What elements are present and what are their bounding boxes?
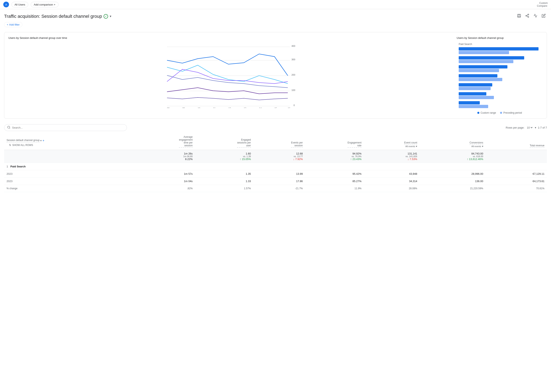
totals-conversions-main: 84,743.00 (422, 152, 483, 155)
col-header-total-revenue: Total revenue (486, 133, 547, 150)
search-icon (7, 126, 10, 130)
search-box[interactable] (4, 124, 127, 131)
page-title-text: Traffic acquisition: Session default cha… (4, 14, 102, 19)
line-chart-wrap: 0 100 200 300 400 08 09 10 11 12 13 14 1… (8, 43, 449, 108)
legend-preceding-period: Preceding period (500, 111, 522, 114)
event-count-sub: All events (406, 145, 415, 147)
search-input[interactable] (12, 126, 124, 129)
totals-event-count-vs: vs. 141,826 (366, 155, 417, 158)
bar-rows (457, 47, 543, 108)
totals-row: 1m 26s 1m 06.80 8.22% 1.60 vs. 1.39 ↑ 15… (4, 150, 547, 163)
svg-text:16: 16 (288, 107, 290, 108)
bar-secondary-1 (459, 51, 509, 54)
show-all-rows-btn[interactable]: ⇅ SHOW ALL ROWS (7, 142, 135, 148)
title-chevron-icon[interactable]: ▾ (110, 14, 111, 18)
totals-conversions-pct: ↑ 13,612.46% (422, 158, 483, 161)
svg-text:100: 100 (291, 89, 295, 91)
svg-text:11: 11 (213, 107, 216, 108)
totals-conversions-vs: vs. 618.00 (422, 155, 483, 158)
conversions-chevron[interactable]: ▾ (482, 145, 483, 148)
add-comparison-button[interactable]: Add comparison + (31, 2, 58, 7)
charts-section: Users by Session default channel group o… (4, 32, 547, 119)
svg-rect-0 (518, 14, 521, 17)
chart-legend: Custom range Preceding period (457, 111, 543, 114)
conversions-pct-val: 21,220.59% (470, 187, 483, 190)
svg-text:300: 300 (291, 58, 295, 61)
bar-row-1 (459, 47, 543, 54)
channel-col-header: Session default channel group ▾ + (7, 139, 135, 142)
row-num-1: 1 (7, 165, 8, 168)
engagement-rate-col-label: Engagementrate (348, 141, 362, 148)
all-users-button[interactable]: All Users (11, 2, 28, 7)
rows-per-page-select[interactable]: 10 25 50 (526, 126, 533, 129)
col-filter-chevron[interactable]: ▾ (40, 139, 42, 142)
conversions-filter: All events ▾ (422, 145, 483, 148)
add-comparison-label: Add comparison (34, 3, 53, 6)
event-count-filter: All events ▾ (366, 145, 417, 148)
svg-text:400: 400 (291, 45, 295, 47)
totals-rate-main: 94.92% (308, 152, 362, 155)
add-filter-button[interactable]: + Add filter (4, 22, 22, 27)
legend-dot-primary (477, 112, 479, 114)
chart-type-icon-button[interactable] (532, 13, 539, 20)
event-count-pct-change-cell: 28.08% (364, 185, 420, 192)
rows-per-page-label: Rows per page: (506, 126, 524, 129)
year-cell-2023a: 2023 (4, 170, 137, 178)
svg-text:200: 200 (291, 74, 295, 76)
share-icon-button[interactable] (524, 13, 530, 20)
event-count-chevron[interactable]: ▾ (416, 145, 417, 148)
engaged-col-header: Engagedsessions peruser (197, 138, 251, 148)
totals-events-pct-val: 7.92% (295, 158, 303, 161)
compare-label: Compare: (537, 5, 548, 7)
header: A All Users Add comparison + Custom Comp… (0, 0, 551, 9)
table-header-row: Session default channel group ▾ + ⇅ SHOW… (4, 133, 547, 150)
events-col-header: Events persession (256, 141, 303, 148)
table-row-2023-a[interactable]: 2023 1m 57s 1.35 13.99 95.42% 43,948 28,… (4, 170, 547, 178)
edit-icon-button[interactable] (540, 13, 547, 20)
revenue-cell-2023b: €4,173.61 (486, 178, 547, 185)
save-icon-button[interactable] (516, 13, 522, 20)
totals-avg-cell: 1m 26s 1m 06.80 8.22% (137, 150, 195, 163)
bar-primary-7 (459, 101, 480, 105)
bar-row-7 (459, 101, 543, 108)
table-row-paid-search-header: 1 Paid Search (4, 163, 547, 170)
col-header-channel: Session default channel group ▾ + ⇅ SHOW… (4, 133, 137, 150)
channel-col-label: Session default channel group (7, 139, 39, 142)
event-count-col-top: Event count (404, 141, 417, 145)
totals-avg-vs: 1m 06.80 (140, 155, 193, 158)
pct-change-label-cell: % change (4, 185, 137, 192)
avg-pct-val: .82% (187, 187, 193, 190)
verified-icon: ✓ (104, 14, 108, 19)
avg-col-label: Averageengagementtime persession (179, 135, 193, 148)
search-row: Rows per page: 10 25 50 ▾ 1-7 of 7 (4, 122, 547, 133)
title-area: Traffic acquisition: Session default cha… (0, 9, 551, 29)
event-count-col-header: Event count All events ▾ (366, 141, 417, 148)
svg-text:10: 10 (198, 107, 200, 108)
col-header-events-per-session: Events persession (254, 133, 305, 150)
col-header-engagement-rate: Engagementrate (305, 133, 364, 150)
bar-chart-bars: Paid Search (457, 43, 543, 108)
table-row-2023-b[interactable]: 2023 1m 04s 1.33 17.86 85.27% 34,314 136… (4, 178, 547, 185)
conversions-col-header: Conversions All events ▾ (422, 141, 483, 148)
svg-text:09: 09 (182, 107, 185, 108)
totals-engagement-rate-cell: 94.92% vs. 76.9% ↑ 23.43% (305, 150, 364, 163)
svg-point-3 (528, 16, 529, 17)
bar-row-2 (459, 56, 543, 63)
col-add-icon[interactable]: + (42, 139, 44, 142)
totals-engaged-vs: vs. 1.39 (197, 155, 251, 158)
bar-primary-4 (459, 74, 497, 77)
svg-text:12: 12 (228, 107, 231, 108)
events-pct-change-cell: -21.7% (254, 185, 305, 192)
event-count-cell-2023a: 43,948 (364, 170, 420, 178)
events-cell-2023a: 13.99 (254, 170, 305, 178)
rows-per-page-control: Rows per page: 10 25 50 ▾ 1-7 of 7 (506, 126, 547, 129)
svg-text:13: 13 (244, 107, 246, 108)
totals-channel-cell (4, 150, 137, 163)
totals-engaged-cell: 1.60 vs. 1.39 ↑ 15.05% (195, 150, 254, 163)
col-header-avg-engagement: Averageengagementtime persession (137, 133, 195, 150)
pct-change-label: % change (7, 187, 17, 190)
bar-row-5 (459, 83, 543, 90)
data-table: Session default channel group ▾ + ⇅ SHOW… (4, 133, 547, 192)
totals-event-count-pct-val: 7.53% (410, 158, 417, 161)
year-cell-2023b: 2023 (4, 178, 137, 185)
